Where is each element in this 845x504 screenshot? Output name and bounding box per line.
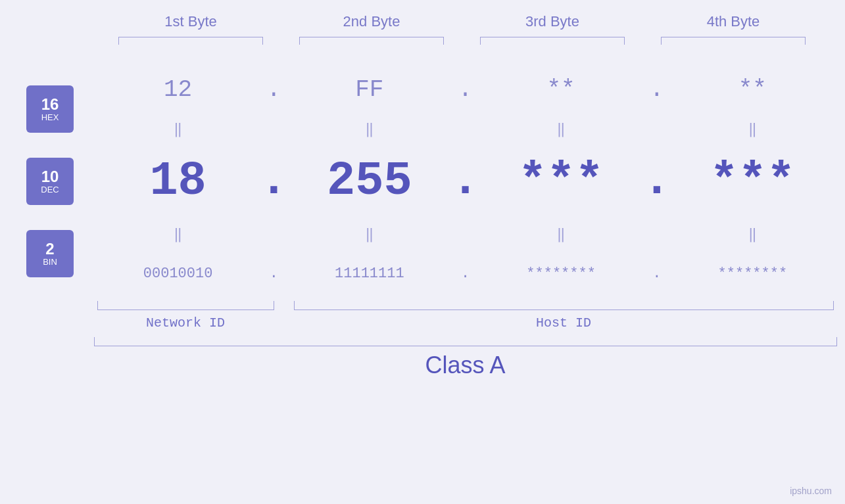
dec-val-1: 18 [149, 154, 206, 208]
dec-val-2: 255 [327, 154, 412, 208]
eq-sym-3: ‖ [482, 120, 640, 138]
badge-hex: 16 HEX [26, 85, 74, 133]
equals-row-2: ‖ ‖ ‖ ‖ [85, 221, 845, 247]
data-columns: 12 . FF . ** . ** [85, 63, 845, 300]
bracket-box-1 [101, 37, 281, 50]
eq-sym-1: ‖ [99, 120, 257, 138]
hex-dot-2: . [449, 76, 482, 103]
bin-cell-1: 00010010 [99, 265, 257, 282]
bin-row: 00010010 . 11111111 . ******** . [85, 247, 845, 300]
network-bracket-line [97, 301, 274, 310]
bin-val-2: 11111111 [335, 265, 404, 282]
class-section: Class A [87, 337, 844, 379]
host-bracket-line [294, 301, 834, 310]
dec-dot-sym-3: . [642, 162, 671, 200]
dec-dot-2: . [449, 162, 482, 200]
class-bracket-line [94, 337, 837, 346]
badge-bin: 2 BIN [26, 230, 74, 277]
eq2-sym-4: ‖ [673, 225, 832, 243]
bin-cell-2: 11111111 [290, 265, 448, 282]
badge-hex-number: 16 [41, 96, 59, 113]
hex-val-2: FF [355, 76, 383, 103]
badge-bin-label: BIN [43, 258, 57, 267]
byte-headers: 1st Byte 2nd Byte 3rd Byte 4th Byte [101, 13, 824, 30]
network-id-label: Network ID [87, 315, 284, 331]
host-id-label: Host ID [284, 315, 844, 331]
dec-cell-2: 255 [290, 154, 448, 208]
bottom-section: Network ID Host ID [87, 301, 844, 331]
badge-dec-number: 10 [41, 168, 59, 185]
dec-cell-4: *** [673, 154, 832, 208]
network-bracket-area [87, 301, 284, 310]
eq2-sym-1: ‖ [99, 225, 257, 243]
dec-cell-3: *** [482, 154, 640, 208]
dec-dot-sym-2: . [451, 162, 479, 200]
id-labels: Network ID Host ID [87, 315, 844, 331]
hex-dot-1: . [257, 76, 290, 103]
bin-dot-1: . [257, 265, 290, 282]
bin-cell-3: ******** [482, 265, 640, 282]
hex-dot-3: . [640, 76, 673, 103]
dec-dot-sym-1: . [260, 162, 288, 200]
watermark: ipshu.com [790, 486, 832, 496]
badge-bin-number: 2 [45, 241, 54, 258]
badge-dec: 10 DEC [26, 158, 74, 205]
hex-val-3: ** [547, 76, 575, 103]
bin-val-3: ******** [526, 265, 596, 282]
badge-hex-label: HEX [41, 113, 59, 122]
eq-sym-4: ‖ [673, 120, 832, 138]
hex-dot-sym-2: . [458, 76, 473, 103]
bracket-top-3 [480, 37, 625, 45]
dec-val-3: *** [518, 154, 604, 208]
hex-row: 12 . FF . ** . ** [85, 63, 845, 116]
hex-val-1: 12 [164, 76, 192, 103]
byte-header-3: 3rd Byte [462, 13, 643, 30]
bin-val-1: 00010010 [143, 265, 213, 282]
bottom-brackets-row [87, 301, 844, 310]
hex-cell-3: ** [482, 76, 640, 103]
hex-cell-4: ** [673, 76, 832, 103]
hex-dot-sym-3: . [650, 76, 664, 103]
bracket-box-4 [643, 37, 824, 50]
badge-dec-label: DEC [41, 185, 59, 195]
dec-dot-1: . [257, 162, 290, 200]
badges-column: 16 HEX 10 DEC 2 BIN [0, 66, 85, 290]
bracket-box-3 [462, 37, 643, 50]
bracket-top-4 [661, 37, 806, 45]
eq-sym-2: ‖ [290, 120, 448, 138]
byte-header-4: 4th Byte [643, 13, 824, 30]
bin-dot-sym-1: . [270, 265, 278, 282]
bin-val-4: ******** [718, 265, 788, 282]
main-container: 1st Byte 2nd Byte 3rd Byte 4th Byte 16 H… [0, 0, 845, 504]
bin-dot-2: . [449, 265, 482, 282]
bracket-top-1 [118, 37, 263, 45]
bin-dot-sym-2: . [461, 265, 470, 282]
byte-header-2: 2nd Byte [281, 13, 462, 30]
dec-dot-3: . [640, 162, 673, 200]
dec-cell-1: 18 [99, 154, 257, 208]
bracket-top-2 [299, 37, 444, 45]
bin-cell-4: ******** [673, 265, 832, 282]
host-bracket-area [284, 301, 844, 310]
byte-header-1: 1st Byte [101, 13, 281, 30]
bracket-box-2 [281, 37, 462, 50]
hex-cell-1: 12 [99, 76, 257, 103]
equals-row-1: ‖ ‖ ‖ ‖ [85, 116, 845, 142]
hex-dot-sym-1: . [266, 76, 281, 103]
bin-dot-3: . [640, 265, 673, 282]
dec-row: 18 . 255 . *** . *** [85, 142, 845, 221]
eq2-sym-3: ‖ [482, 225, 640, 243]
class-label: Class A [87, 352, 844, 379]
top-brackets [101, 37, 824, 50]
hex-val-4: ** [738, 76, 767, 103]
hex-cell-2: FF [290, 76, 448, 103]
bin-dot-sym-3: . [652, 265, 661, 282]
dec-val-4: *** [710, 154, 796, 208]
eq2-sym-2: ‖ [290, 225, 448, 243]
